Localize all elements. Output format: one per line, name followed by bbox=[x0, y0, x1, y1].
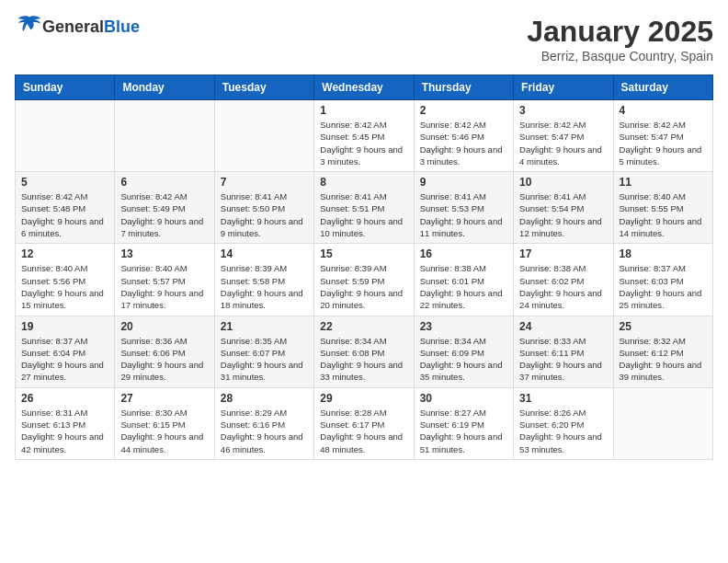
calendar-cell: 20Sunrise: 8:36 AM Sunset: 6:06 PM Dayli… bbox=[115, 316, 214, 387]
day-info: Sunrise: 8:40 AM Sunset: 5:57 PM Dayligh… bbox=[120, 262, 208, 311]
day-number: 4 bbox=[620, 104, 707, 117]
day-info: Sunrise: 8:42 AM Sunset: 5:47 PM Dayligh… bbox=[620, 119, 707, 167]
day-info: Sunrise: 8:33 AM Sunset: 6:11 PM Dayligh… bbox=[519, 335, 607, 384]
day-info: Sunrise: 8:34 AM Sunset: 6:09 PM Dayligh… bbox=[420, 335, 507, 384]
day-number: 6 bbox=[120, 176, 208, 189]
day-info: Sunrise: 8:42 AM Sunset: 5:46 PM Dayligh… bbox=[420, 119, 507, 167]
calendar-cell: 11Sunrise: 8:40 AM Sunset: 5:55 PM Dayli… bbox=[613, 172, 712, 244]
day-info: Sunrise: 8:38 AM Sunset: 6:01 PM Dayligh… bbox=[420, 262, 507, 311]
day-number: 19 bbox=[21, 320, 108, 333]
calendar-cell: 2Sunrise: 8:42 AM Sunset: 5:46 PM Daylig… bbox=[414, 100, 513, 172]
calendar-week-row: 12Sunrise: 8:40 AM Sunset: 5:56 PM Dayli… bbox=[16, 244, 713, 316]
day-number: 10 bbox=[519, 176, 607, 189]
calendar-cell: 12Sunrise: 8:40 AM Sunset: 5:56 PM Dayli… bbox=[16, 244, 115, 316]
day-number: 29 bbox=[320, 392, 407, 405]
calendar-cell: 13Sunrise: 8:40 AM Sunset: 5:57 PM Dayli… bbox=[115, 244, 214, 316]
day-info: Sunrise: 8:36 AM Sunset: 6:06 PM Dayligh… bbox=[120, 335, 208, 384]
calendar-week-row: 1Sunrise: 8:42 AM Sunset: 5:45 PM Daylig… bbox=[16, 100, 713, 172]
day-info: Sunrise: 8:41 AM Sunset: 5:50 PM Dayligh… bbox=[221, 190, 308, 239]
calendar-cell: 5Sunrise: 8:42 AM Sunset: 5:48 PM Daylig… bbox=[16, 172, 115, 244]
day-info: Sunrise: 8:42 AM Sunset: 5:49 PM Dayligh… bbox=[120, 190, 208, 239]
calendar-cell: 6Sunrise: 8:42 AM Sunset: 5:49 PM Daylig… bbox=[115, 172, 214, 244]
day-info: Sunrise: 8:35 AM Sunset: 6:07 PM Dayligh… bbox=[221, 335, 308, 384]
day-number: 13 bbox=[120, 247, 208, 260]
day-number: 7 bbox=[221, 176, 308, 189]
calendar-cell: 22Sunrise: 8:34 AM Sunset: 6:08 PM Dayli… bbox=[314, 316, 414, 387]
calendar-week-row: 26Sunrise: 8:31 AM Sunset: 6:13 PM Dayli… bbox=[16, 387, 713, 459]
day-number: 2 bbox=[420, 104, 507, 117]
day-info: Sunrise: 8:40 AM Sunset: 5:56 PM Dayligh… bbox=[21, 262, 108, 311]
calendar-cell: 23Sunrise: 8:34 AM Sunset: 6:09 PM Dayli… bbox=[414, 316, 513, 387]
day-info: Sunrise: 8:34 AM Sunset: 6:08 PM Dayligh… bbox=[320, 335, 407, 384]
calendar-week-row: 5Sunrise: 8:42 AM Sunset: 5:48 PM Daylig… bbox=[16, 172, 713, 244]
calendar-cell: 7Sunrise: 8:41 AM Sunset: 5:50 PM Daylig… bbox=[214, 172, 313, 244]
weekday-header-sunday: Sunday bbox=[16, 75, 115, 100]
month-title: January 2025 bbox=[527, 15, 713, 49]
calendar-cell: 30Sunrise: 8:27 AM Sunset: 6:19 PM Dayli… bbox=[414, 387, 513, 459]
calendar-cell: 27Sunrise: 8:30 AM Sunset: 6:15 PM Dayli… bbox=[115, 387, 214, 459]
calendar-cell: 9Sunrise: 8:41 AM Sunset: 5:53 PM Daylig… bbox=[414, 172, 513, 244]
weekday-header-monday: Monday bbox=[115, 75, 214, 100]
day-info: Sunrise: 8:30 AM Sunset: 6:15 PM Dayligh… bbox=[120, 407, 208, 455]
title-block: January 2025 Berriz, Basque Country, Spa… bbox=[527, 15, 713, 63]
page-header: GeneralBlue January 2025 Berriz, Basque … bbox=[15, 15, 713, 63]
day-number: 20 bbox=[120, 320, 208, 333]
calendar-cell: 17Sunrise: 8:38 AM Sunset: 6:02 PM Dayli… bbox=[514, 244, 613, 316]
calendar-cell: 26Sunrise: 8:31 AM Sunset: 6:13 PM Dayli… bbox=[16, 387, 115, 459]
day-info: Sunrise: 8:32 AM Sunset: 6:12 PM Dayligh… bbox=[620, 335, 707, 384]
day-info: Sunrise: 8:27 AM Sunset: 6:19 PM Dayligh… bbox=[420, 407, 507, 455]
calendar-table: SundayMondayTuesdayWednesdayThursdayFrid… bbox=[15, 75, 713, 460]
calendar-cell: 14Sunrise: 8:39 AM Sunset: 5:58 PM Dayli… bbox=[214, 244, 313, 316]
day-info: Sunrise: 8:41 AM Sunset: 5:51 PM Dayligh… bbox=[320, 190, 407, 239]
day-info: Sunrise: 8:41 AM Sunset: 5:53 PM Dayligh… bbox=[420, 190, 507, 239]
day-number: 9 bbox=[420, 176, 507, 189]
logo-bird-icon bbox=[17, 15, 42, 35]
day-number: 27 bbox=[120, 392, 208, 405]
logo: GeneralBlue bbox=[15, 15, 140, 39]
calendar-cell: 24Sunrise: 8:33 AM Sunset: 6:11 PM Dayli… bbox=[514, 316, 613, 387]
day-number: 5 bbox=[21, 176, 108, 189]
day-number: 11 bbox=[620, 176, 707, 189]
day-number: 24 bbox=[519, 320, 607, 333]
day-info: Sunrise: 8:37 AM Sunset: 6:04 PM Dayligh… bbox=[21, 335, 108, 384]
weekday-header-wednesday: Wednesday bbox=[314, 75, 414, 100]
day-number: 15 bbox=[320, 247, 407, 260]
day-info: Sunrise: 8:42 AM Sunset: 5:45 PM Dayligh… bbox=[320, 119, 407, 167]
day-number: 21 bbox=[221, 320, 308, 333]
day-info: Sunrise: 8:37 AM Sunset: 6:03 PM Dayligh… bbox=[620, 262, 707, 311]
day-info: Sunrise: 8:28 AM Sunset: 6:17 PM Dayligh… bbox=[320, 407, 407, 455]
calendar-cell: 3Sunrise: 8:42 AM Sunset: 5:47 PM Daylig… bbox=[514, 100, 613, 172]
day-number: 28 bbox=[221, 392, 308, 405]
day-number: 26 bbox=[21, 392, 108, 405]
day-number: 17 bbox=[519, 247, 607, 260]
day-number: 14 bbox=[221, 247, 308, 260]
day-number: 23 bbox=[420, 320, 507, 333]
calendar-cell: 15Sunrise: 8:39 AM Sunset: 5:59 PM Dayli… bbox=[314, 244, 414, 316]
calendar-cell bbox=[214, 100, 313, 172]
calendar-cell: 1Sunrise: 8:42 AM Sunset: 5:45 PM Daylig… bbox=[314, 100, 414, 172]
calendar-cell bbox=[115, 100, 214, 172]
calendar-cell: 4Sunrise: 8:42 AM Sunset: 5:47 PM Daylig… bbox=[613, 100, 712, 172]
calendar-cell: 28Sunrise: 8:29 AM Sunset: 6:16 PM Dayli… bbox=[214, 387, 313, 459]
day-number: 25 bbox=[620, 320, 707, 333]
calendar-week-row: 19Sunrise: 8:37 AM Sunset: 6:04 PM Dayli… bbox=[16, 316, 713, 387]
weekday-header-row: SundayMondayTuesdayWednesdayThursdayFrid… bbox=[16, 75, 713, 100]
day-number: 12 bbox=[21, 247, 108, 260]
calendar-cell: 25Sunrise: 8:32 AM Sunset: 6:12 PM Dayli… bbox=[613, 316, 712, 387]
day-number: 18 bbox=[620, 247, 707, 260]
day-info: Sunrise: 8:38 AM Sunset: 6:02 PM Dayligh… bbox=[519, 262, 607, 311]
calendar-cell bbox=[613, 387, 712, 459]
day-number: 30 bbox=[420, 392, 507, 405]
weekday-header-friday: Friday bbox=[514, 75, 613, 100]
logo-blue-text: Blue bbox=[104, 17, 140, 36]
calendar-cell: 19Sunrise: 8:37 AM Sunset: 6:04 PM Dayli… bbox=[16, 316, 115, 387]
day-number: 3 bbox=[519, 104, 607, 117]
calendar-cell: 21Sunrise: 8:35 AM Sunset: 6:07 PM Dayli… bbox=[214, 316, 313, 387]
calendar-cell: 10Sunrise: 8:41 AM Sunset: 5:54 PM Dayli… bbox=[514, 172, 613, 244]
logo-general-text: General bbox=[42, 17, 104, 36]
day-info: Sunrise: 8:26 AM Sunset: 6:20 PM Dayligh… bbox=[519, 407, 607, 455]
day-number: 1 bbox=[320, 104, 407, 117]
day-info: Sunrise: 8:29 AM Sunset: 6:16 PM Dayligh… bbox=[221, 407, 308, 455]
day-info: Sunrise: 8:42 AM Sunset: 5:48 PM Dayligh… bbox=[21, 190, 108, 239]
day-number: 31 bbox=[519, 392, 607, 405]
